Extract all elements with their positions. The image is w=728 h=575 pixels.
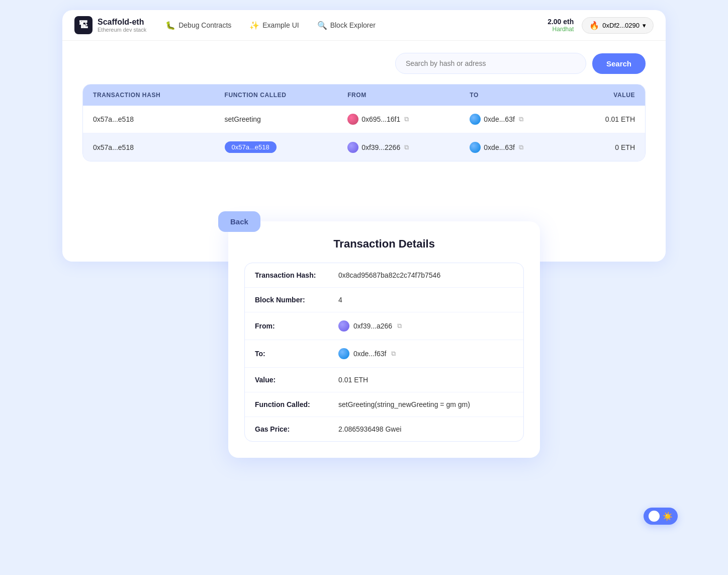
flame-icon: 🔥 bbox=[589, 21, 599, 30]
detail-value-gas: 2.0865936498 Gwei bbox=[338, 425, 401, 433]
col-hash: TRANSACTION HASH bbox=[83, 85, 215, 106]
copy-from-1[interactable]: ⧉ bbox=[404, 115, 409, 123]
detail-value-to: 0xde...f63f ⧉ bbox=[338, 348, 396, 359]
search-input-wrapper bbox=[395, 53, 586, 74]
detail-label-function: Function Called: bbox=[255, 400, 330, 408]
tx-value-1: 0.01 ETH bbox=[570, 106, 645, 133]
to-detail-avatar bbox=[338, 348, 349, 359]
detail-row-from: From: 0xf39...a266 ⧉ bbox=[245, 312, 523, 340]
detail-label-hash: Transaction Hash: bbox=[255, 271, 330, 279]
toggle-circle bbox=[649, 511, 660, 522]
search-section: Search bbox=[62, 41, 666, 80]
detail-row-hash: Transaction Hash: 0x8cad95687ba82c2c74f7… bbox=[245, 263, 523, 288]
nav-explorer-label: Block Explorer bbox=[330, 21, 376, 29]
to-avatar-1 bbox=[470, 114, 481, 125]
brand-logo: 🏗 bbox=[74, 16, 93, 34]
tx-hash-1: 0x57a...e518 bbox=[83, 106, 215, 133]
tx-to-2: 0xde...63f ⧉ bbox=[460, 133, 570, 161]
detail-row-gas: Gas Price: 2.0865936498 Gwei bbox=[245, 417, 523, 441]
detail-value-hash: 0x8cad95687ba82c2c74f7b7546 bbox=[338, 271, 440, 279]
search-nav-icon: 🔍 bbox=[317, 21, 327, 30]
detail-label-gas: Gas Price: bbox=[255, 425, 330, 433]
copy-from-2[interactable]: ⧉ bbox=[404, 143, 409, 151]
transaction-details-panel: Back Transaction Details Transaction Has… bbox=[228, 221, 540, 458]
nav-debug-contracts[interactable]: 🐛 Debug Contracts bbox=[158, 17, 238, 34]
chevron-down-icon: ▾ bbox=[643, 22, 646, 29]
col-function: FUNCTION CALLED bbox=[215, 85, 338, 106]
from-avatar-2 bbox=[347, 142, 358, 153]
sparkle-icon: ✨ bbox=[249, 21, 259, 30]
brand: 🏗 Scaffold-eth Ethereum dev stack bbox=[74, 16, 146, 34]
table-header-row: TRANSACTION HASH FUNCTION CALLED FROM TO… bbox=[83, 85, 645, 106]
tx-from-2: 0xf39...2266 ⧉ bbox=[337, 133, 460, 161]
wallet-address-text: 0xDf2...0290 bbox=[602, 22, 640, 29]
transactions-table: TRANSACTION HASH FUNCTION CALLED FROM TO… bbox=[82, 84, 646, 161]
from-avatar-1 bbox=[347, 114, 358, 125]
detail-row-value: Value: 0.01 ETH bbox=[245, 368, 523, 392]
back-button[interactable]: Back bbox=[218, 211, 260, 232]
sun-icon: ☀️ bbox=[663, 512, 673, 521]
nav-example-label: Example UI bbox=[262, 21, 299, 29]
detail-label-from: From: bbox=[255, 322, 330, 330]
to-avatar-2 bbox=[470, 142, 481, 153]
detail-row-function: Function Called: setGreeting(string_newG… bbox=[245, 392, 523, 417]
wallet-info: 2.00 eth Hardhat bbox=[548, 18, 574, 33]
tx-function-1: setGreeting bbox=[215, 106, 338, 133]
copy-from-detail[interactable]: ⧉ bbox=[397, 322, 402, 330]
brand-name: Scaffold-eth bbox=[98, 18, 146, 27]
wallet-balance: 2.00 eth bbox=[548, 18, 574, 26]
table-row: 0x57a...e518 0x57a...e518 0xf39...2266 ⧉ bbox=[83, 133, 645, 161]
tx-from-1: 0x695...16f1 ⧉ bbox=[337, 106, 460, 133]
detail-row-to: To: 0xde...f63f ⧉ bbox=[245, 340, 523, 368]
tx-value-2: 0 ETH bbox=[570, 133, 645, 161]
nav-debug-label: Debug Contracts bbox=[178, 21, 231, 29]
nav-example-ui[interactable]: ✨ Example UI bbox=[242, 17, 306, 34]
detail-row-block: Block Number: 4 bbox=[245, 288, 523, 312]
col-to: TO bbox=[460, 85, 570, 106]
col-from: FROM bbox=[337, 85, 460, 106]
detail-label-block: Block Number: bbox=[255, 296, 330, 304]
col-value: VALUE bbox=[570, 85, 645, 106]
wallet-address[interactable]: 🔥 0xDf2...0290 ▾ bbox=[582, 17, 654, 34]
tx-hash-2: 0x57a...e518 bbox=[83, 133, 215, 161]
copy-to-detail[interactable]: ⧉ bbox=[391, 350, 396, 358]
search-input[interactable] bbox=[395, 53, 586, 74]
function-badge: 0x57a...e518 bbox=[225, 141, 277, 153]
table: TRANSACTION HASH FUNCTION CALLED FROM TO… bbox=[83, 85, 645, 161]
detail-label-value: Value: bbox=[255, 376, 330, 384]
details-panel-wrapper: Back Transaction Details Transaction Has… bbox=[188, 221, 540, 488]
details-card: Transaction Hash: 0x8cad95687ba82c2c74f7… bbox=[244, 263, 524, 442]
search-button[interactable]: Search bbox=[592, 53, 646, 74]
detail-value-block: 4 bbox=[338, 296, 342, 304]
brand-subtitle: Ethereum dev stack bbox=[98, 27, 146, 33]
theme-toggle-wrapper: ☀️ bbox=[644, 508, 678, 525]
detail-value-value: 0.01 ETH bbox=[338, 376, 368, 384]
tx-function-2: 0x57a...e518 bbox=[215, 133, 338, 161]
details-title: Transaction Details bbox=[244, 237, 524, 251]
from-detail-avatar bbox=[338, 320, 349, 332]
wallet-network: Hardhat bbox=[553, 26, 574, 33]
tx-to-1: 0xde...63f ⧉ bbox=[460, 106, 570, 133]
debug-icon: 🐛 bbox=[165, 21, 175, 30]
nav-block-explorer[interactable]: 🔍 Block Explorer bbox=[310, 17, 383, 34]
navbar: 🏗 Scaffold-eth Ethereum dev stack 🐛 Debu… bbox=[62, 10, 666, 41]
detail-value-from: 0xf39...a266 ⧉ bbox=[338, 320, 402, 332]
copy-to-2[interactable]: ⧉ bbox=[519, 143, 523, 151]
detail-value-function: setGreeting(string_newGreeting = gm gm) bbox=[338, 400, 470, 408]
copy-to-1[interactable]: ⧉ bbox=[519, 115, 523, 123]
theme-toggle[interactable]: ☀️ bbox=[644, 508, 678, 525]
detail-label-to: To: bbox=[255, 350, 330, 358]
table-row: 0x57a...e518 setGreeting 0x695...16f1 ⧉ bbox=[83, 106, 645, 133]
